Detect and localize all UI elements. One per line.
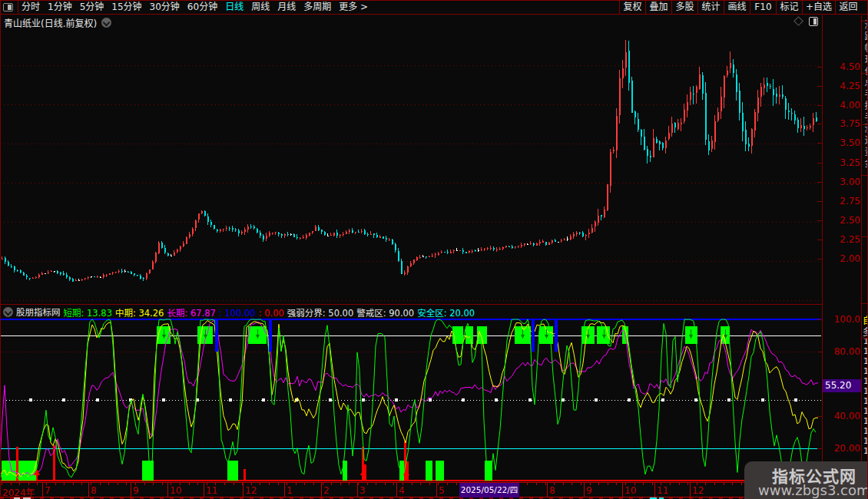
- toolbar: 分时1分钟5分钟15分钟30分钟60分钟日线周线月线多周期更多 > 复权叠加多股…: [0, 0, 868, 15]
- indicator-axis-label: 80.00: [823, 346, 860, 357]
- indicator-field: 强弱分界: 50.00: [287, 308, 353, 319]
- month-label: 12: [692, 485, 704, 496]
- period-tab-分时[interactable]: 分时: [22, 0, 40, 15]
- month-label: 8: [91, 485, 97, 496]
- period-tab-月线[interactable]: 月线: [277, 0, 296, 15]
- month-label: 5: [439, 485, 445, 496]
- period-tab-1分钟[interactable]: 1分钟: [48, 0, 72, 15]
- action-多股[interactable]: 多股: [671, 0, 697, 15]
- price-label: 4.00: [823, 100, 860, 111]
- indicator-field: 长期: 67.87: [167, 308, 215, 319]
- window-border-left: [0, 0, 1, 499]
- month-label: 8: [549, 485, 555, 496]
- month-label: 10: [624, 485, 636, 496]
- toolbar-separator: [18, 0, 18, 15]
- indicator-axis-label: 100.0: [823, 314, 860, 325]
- month-label: 7: [45, 485, 51, 496]
- month-label: 4: [399, 485, 405, 496]
- indicator-header: 股朋指标网 短期: 13.83中期: 34.26长期: 67.87: 100.0…: [3, 306, 478, 318]
- indicator-axis-label: 20.00: [823, 443, 860, 454]
- action-标记[interactable]: 标记: [776, 0, 802, 15]
- watermark: 指标公式网 www.zbgs3.com: [744, 461, 868, 499]
- indicator-field: 警戒区: 90.00: [356, 308, 414, 319]
- month-label: 10: [170, 485, 181, 496]
- chevron-down-icon[interactable]: [101, 18, 111, 28]
- indicator-field: : 100.00: [219, 308, 256, 319]
- indicator-source: 股朋指标网: [16, 306, 61, 318]
- year-label: 2024年: [2, 485, 35, 498]
- price-label: 2.00: [823, 253, 860, 264]
- panel-icon[interactable]: [809, 17, 818, 26]
- action-叠加[interactable]: 叠加: [645, 0, 671, 15]
- month-label: 11: [206, 485, 217, 496]
- price-label: 2.50: [823, 215, 860, 226]
- indicator-field: : 0.00: [259, 308, 284, 319]
- month-label: 2: [323, 485, 330, 496]
- action-复权[interactable]: 复权: [619, 0, 645, 15]
- price-label: 4.50: [823, 61, 860, 72]
- diamond-icon[interactable]: [793, 16, 803, 26]
- indicator-chevron-icon[interactable]: [3, 307, 13, 317]
- indicator-field: 中期: 34.26: [115, 308, 164, 319]
- price-label: 3.00: [823, 177, 860, 187]
- price-label: 2.75: [823, 196, 860, 207]
- indicator-axis-label: 40.00: [823, 411, 860, 421]
- period-tab-15分钟[interactable]: 15分钟: [111, 0, 141, 15]
- period-tab-5分钟[interactable]: 5分钟: [80, 0, 104, 15]
- price-label: 4.25: [823, 81, 860, 91]
- indicator-current-value: 55.20: [823, 379, 861, 392]
- period-tabs: 分时1分钟5分钟15分钟30分钟60分钟日线周线月线多周期更多 >: [22, 0, 368, 15]
- period-tab-周线[interactable]: 周线: [251, 0, 270, 15]
- indicator-field: 安全区: 20.00: [417, 308, 475, 319]
- chart-title: 青山纸业(日线.前复权): [4, 16, 97, 29]
- indicator-field: 短期: 13.83: [64, 308, 112, 319]
- indicator-chart[interactable]: [0, 319, 822, 482]
- month-label: 12: [245, 485, 257, 496]
- toolbar-actions: 复权叠加多股统计画线F10标记+自选返回: [619, 0, 861, 15]
- chart-title-row: 青山纸业(日线.前复权): [4, 16, 111, 29]
- period-tab-日线[interactable]: 日线: [225, 0, 244, 15]
- price-label: 3.75: [823, 118, 860, 129]
- month-label: 3: [359, 485, 366, 496]
- price-label: 3.50: [823, 137, 860, 148]
- date-axis[interactable]: 2024年78910111212345891011122025/05/22/四: [0, 482, 861, 497]
- date-highlight: 2025/05/22/四: [459, 483, 519, 497]
- watermark-url: www.zbgs3.com: [758, 482, 868, 498]
- panel-toggle-icon[interactable]: [3, 3, 13, 12]
- period-tab-30分钟[interactable]: 30分钟: [150, 0, 180, 15]
- period-tab-更多 >[interactable]: 更多 >: [339, 0, 368, 15]
- month-label: 11: [657, 485, 668, 496]
- month-label: 9: [133, 485, 139, 496]
- action-F10[interactable]: F10: [750, 0, 776, 15]
- price-label: 3.25: [823, 157, 860, 168]
- app-window: 分时1分钟5分钟15分钟30分钟60分钟日线周线月线多周期更多 > 复权叠加多股…: [0, 0, 868, 499]
- action-统计[interactable]: 统计: [697, 0, 724, 15]
- period-tab-60分钟[interactable]: 60分钟: [187, 0, 217, 15]
- month-label: 1: [287, 485, 293, 496]
- action-返回[interactable]: 返回: [835, 0, 861, 15]
- price-label: 2.25: [823, 234, 860, 245]
- month-label: 9: [586, 485, 592, 496]
- period-tab-多周期[interactable]: 多周期: [303, 0, 331, 15]
- action-画线[interactable]: 画线: [724, 0, 750, 15]
- action-+自选[interactable]: +自选: [802, 0, 835, 15]
- y-axis-line: [822, 15, 823, 482]
- main-candlestick-chart[interactable]: [0, 31, 822, 304]
